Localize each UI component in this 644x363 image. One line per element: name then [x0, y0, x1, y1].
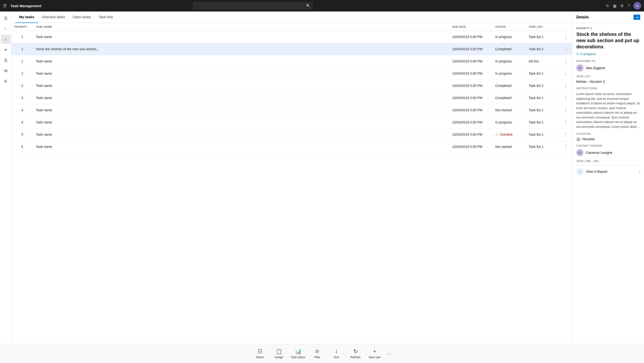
- more-options-cell: ⋮: [559, 43, 572, 55]
- toolbar-sort[interactable]: ↕ Sort: [327, 345, 346, 362]
- details-panel: Details ⇥ PRIORITY 1 Stock the shelves o…: [572, 12, 644, 344]
- more-options-button[interactable]: ⋮: [562, 34, 570, 40]
- toolbar-task-status[interactable]: 📊 Task status: [289, 345, 308, 362]
- tab-overdue-tasks[interactable]: Overdue tasks: [38, 12, 69, 23]
- search-bar: 🔍: [193, 2, 312, 9]
- app-title: Task Management: [10, 4, 41, 8]
- search-input[interactable]: [193, 2, 312, 9]
- building-icon: 🏢: [576, 137, 580, 141]
- refresh-label: Refresh: [350, 355, 360, 359]
- search-icon: 🔍: [306, 4, 310, 8]
- new-task-label: New task: [369, 355, 380, 359]
- sidebar-zero-badge[interactable]: 0: [1, 77, 10, 86]
- status-cell: In progress: [492, 31, 526, 43]
- table-row[interactable]: 3 Task name 10/04/2019 5:00 PM Completed…: [12, 92, 572, 104]
- more-options-cell: ⋮: [559, 116, 572, 129]
- toolbar-new-task[interactable]: + New task: [365, 345, 384, 362]
- tab-task-lists[interactable]: Task lists: [95, 12, 117, 23]
- table-row[interactable]: 4 Task name 10/04/2019 5:00 PM Not start…: [12, 104, 572, 116]
- priority-cell: 1: [12, 43, 33, 55]
- instructions-label: Instructions: [576, 87, 640, 90]
- view-xreport-left: ◌ View X-Report: [576, 168, 608, 175]
- more-options-button[interactable]: ⋮: [562, 119, 570, 125]
- task-list-cell: Task list 1: [526, 129, 559, 141]
- filter-label: Filter: [314, 355, 320, 359]
- task-list-cell: Task list 1: [526, 31, 559, 43]
- more-options-button[interactable]: ⋮: [562, 107, 570, 113]
- status-cell: In progress: [492, 68, 526, 80]
- table-row[interactable]: 1 Task name 10/04/2019 5:00 PM In progre…: [12, 31, 572, 43]
- toolbar-refresh[interactable]: ↻ Refresh: [346, 345, 365, 362]
- refresh-nav-icon[interactable]: ↻: [606, 4, 609, 8]
- more-options-button[interactable]: ⋮: [562, 58, 570, 64]
- user-avatar[interactable]: U: [634, 2, 641, 10]
- tabs-bar: My tasks Overdue tasks Open tasks Task l…: [12, 12, 572, 23]
- settings-icon[interactable]: ⚙: [620, 4, 624, 8]
- details-header: Details ⇥: [572, 12, 644, 23]
- priority-cell: 2: [12, 80, 33, 92]
- table-row[interactable]: 4 Task name 10/04/2019 5:00 PM In progre…: [12, 116, 572, 129]
- table-row[interactable]: 1 Stock the shelves of the new sub secti…: [12, 43, 572, 55]
- task-list-cell: Task list 1: [526, 92, 559, 104]
- task-list-cell: Task list 1: [526, 68, 559, 80]
- chat-icon[interactable]: ▦: [613, 4, 616, 8]
- more-options-button[interactable]: ⋮: [562, 46, 570, 52]
- help-icon[interactable]: ?: [628, 4, 630, 8]
- location-row: 🏢 Houston: [576, 137, 640, 141]
- sidebar-hamburger-icon[interactable]: ☰: [1, 14, 10, 23]
- toolbar-more-button[interactable]: ⋯: [384, 345, 394, 362]
- table-row[interactable]: 1 Task name 10/04/2019 5:00 PM In progre…: [12, 55, 572, 68]
- sidebar-apps-icon[interactable]: ✦: [1, 45, 10, 55]
- toolbar-assign[interactable]: 📋 Assign: [270, 345, 289, 362]
- collapse-details-button[interactable]: ⇥: [634, 15, 640, 20]
- table-row[interactable]: 2 Task name 10/04/2019 5:00 PM In progre…: [12, 68, 572, 80]
- more-options-button[interactable]: ⋮: [562, 95, 570, 101]
- view-xreport-row[interactable]: ◌ View X-Report ›: [576, 165, 640, 178]
- details-body: PRIORITY 1 Stock the shelves of the new …: [572, 23, 644, 344]
- priority-cell: 4: [12, 116, 33, 129]
- toolbar-filter[interactable]: ⛭ Filter: [308, 345, 327, 362]
- tab-open-tasks[interactable]: Open tasks: [69, 12, 95, 23]
- instructions-text: Lorem ipsum dolor sit amet, consectetur …: [576, 92, 640, 129]
- sidebar-home-icon[interactable]: ⌂: [1, 35, 10, 44]
- contact-avatar: FL: [576, 149, 584, 156]
- sort-icon: ↕: [335, 348, 338, 355]
- location-label: Location: [576, 132, 640, 135]
- new-task-icon: +: [373, 348, 376, 355]
- more-options-button[interactable]: ⋮: [562, 70, 570, 77]
- status-cell: Not started: [492, 104, 526, 116]
- more-options-button[interactable]: ⋮: [562, 131, 570, 138]
- table-row[interactable]: 2 Task name 10/04/2019 5:00 PM Completed…: [12, 80, 572, 92]
- tab-my-tasks[interactable]: My tasks: [15, 12, 38, 23]
- toolbar-select[interactable]: ☷ Select: [250, 345, 270, 362]
- col-header-status: Status: [492, 23, 526, 31]
- status-cell: Completed: [492, 80, 526, 92]
- sidebar-list-icon[interactable]: ☰: [1, 56, 10, 65]
- chevron-right-icon: ›: [639, 170, 640, 173]
- task-list-cell: Task list 1: [526, 141, 559, 153]
- due-date-cell: 10/04/2019 5:00 PM: [449, 31, 492, 43]
- xreport-icon: ◌: [576, 168, 584, 175]
- task-status-icon: 📊: [295, 348, 301, 355]
- sidebar-back-icon[interactable]: ←: [1, 24, 10, 34]
- table-row[interactable]: 5 Task name 10/04/2019 5:00 PM Not start…: [12, 141, 572, 153]
- due-date-cell: 10/04/2019 5:00 PM: [449, 129, 492, 141]
- contact-initials: FL: [578, 151, 581, 154]
- details-status-text: In progress: [580, 52, 596, 56]
- more-options-button[interactable]: ⋮: [562, 144, 570, 150]
- more-options-button[interactable]: ⋮: [562, 83, 570, 89]
- priority-cell: 3: [12, 92, 33, 104]
- assignee-avatar: FL: [576, 64, 584, 72]
- status-cell: Not started: [492, 141, 526, 153]
- task-list-cell: Task list 1: [526, 104, 559, 116]
- sidebar-bag-icon[interactable]: 🛍: [1, 66, 10, 76]
- contact-row: FL Cameron Levigne: [576, 149, 640, 156]
- refresh-toolbar-icon: ↻: [354, 348, 358, 355]
- table-row[interactable]: 5 Task name 10/04/2019 5:00 PM ⚠Overdue …: [12, 129, 572, 141]
- priority-cell: 4: [12, 104, 33, 116]
- task-name-cell: Task name: [33, 141, 449, 153]
- hamburger-menu-icon[interactable]: ☰: [3, 3, 7, 8]
- col-header-task-list: Task List: [526, 23, 559, 31]
- top-nav: ☰ Task Management 🔍 ↻ ▦ ⚙ ? U: [0, 0, 644, 12]
- main-panel: My tasks Overdue tasks Open tasks Task l…: [12, 12, 572, 344]
